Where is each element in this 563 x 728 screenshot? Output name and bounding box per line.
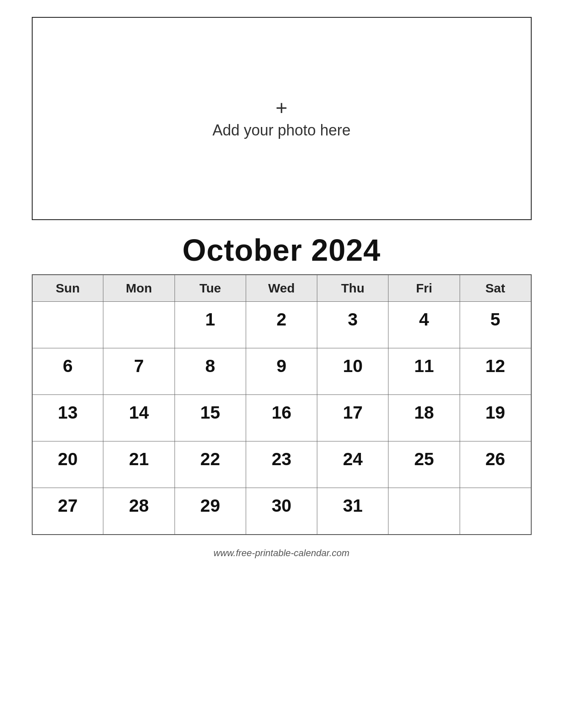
- day-header-sat: Sat: [460, 275, 531, 302]
- calendar-day: 29: [175, 488, 246, 535]
- calendar-day: 4: [388, 302, 460, 348]
- calendar-day: 12: [460, 348, 531, 395]
- day-header-fri: Fri: [388, 275, 460, 302]
- calendar-table: SunMonTueWedThuFriSat 123456789101112131…: [32, 274, 532, 535]
- calendar-day: 19: [460, 395, 531, 441]
- calendar-day: 16: [246, 395, 317, 441]
- calendar-day: 18: [388, 395, 460, 441]
- calendar-day: [460, 488, 531, 535]
- calendar-week-4: 20212223242526: [32, 441, 531, 488]
- calendar-day: 20: [32, 441, 103, 488]
- day-header-sun: Sun: [32, 275, 103, 302]
- calendar-day: 9: [246, 348, 317, 395]
- calendar-day: 31: [317, 488, 388, 535]
- photo-prompt-text: Add your photo here: [212, 121, 350, 139]
- calendar-day: 22: [175, 441, 246, 488]
- calendar-week-3: 13141516171819: [32, 395, 531, 441]
- calendar-title: October 2024: [182, 233, 380, 267]
- calendar-day: 26: [460, 441, 531, 488]
- day-header-thu: Thu: [317, 275, 388, 302]
- calendar-day: 5: [460, 302, 531, 348]
- calendar-day: 10: [317, 348, 388, 395]
- calendar-day: 27: [32, 488, 103, 535]
- day-header-tue: Tue: [175, 275, 246, 302]
- calendar-day: 11: [388, 348, 460, 395]
- calendar-day: 23: [246, 441, 317, 488]
- footer-url: www.free-printable-calendar.com: [214, 548, 349, 559]
- calendar-week-2: 6789101112: [32, 348, 531, 395]
- calendar-day: 28: [103, 488, 175, 535]
- calendar-day: 13: [32, 395, 103, 441]
- calendar-day: 8: [175, 348, 246, 395]
- calendar-day: 21: [103, 441, 175, 488]
- calendar-day: 24: [317, 441, 388, 488]
- photo-plus-icon: +: [275, 98, 287, 118]
- calendar-day: [103, 302, 175, 348]
- calendar-day: [32, 302, 103, 348]
- calendar-week-5: 2728293031: [32, 488, 531, 535]
- photo-placeholder[interactable]: + Add your photo here: [32, 17, 532, 220]
- calendar-day: 17: [317, 395, 388, 441]
- calendar-day: 2: [246, 302, 317, 348]
- calendar-day: 14: [103, 395, 175, 441]
- calendar-day: 1: [175, 302, 246, 348]
- days-header-row: SunMonTueWedThuFriSat: [32, 275, 531, 302]
- calendar-day: 7: [103, 348, 175, 395]
- day-header-mon: Mon: [103, 275, 175, 302]
- calendar-day: 25: [388, 441, 460, 488]
- calendar-day: 15: [175, 395, 246, 441]
- calendar-day: [388, 488, 460, 535]
- calendar-week-1: 12345: [32, 302, 531, 348]
- calendar-day: 3: [317, 302, 388, 348]
- calendar-day: 30: [246, 488, 317, 535]
- day-header-wed: Wed: [246, 275, 317, 302]
- calendar-day: 6: [32, 348, 103, 395]
